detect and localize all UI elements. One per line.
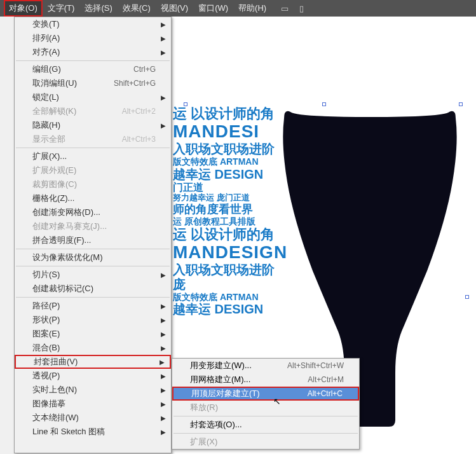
object-menu-item-24[interactable]: 路径(P)▶	[15, 299, 171, 313]
menu-item-label: 设为像素级优化(M)	[32, 252, 103, 263]
menu-item-label: 释放(R)	[190, 402, 218, 413]
design-line: 越幸运 DESIGN	[173, 167, 290, 182]
object-menu-item-17[interactable]: 拼合透明度(F)...	[15, 233, 171, 247]
menu-item-label: 创建裁切标记(C)	[32, 283, 93, 294]
object-menu-item-32[interactable]: 文本绕排(W)▶	[15, 411, 171, 425]
menu-item-label: 全部解锁(K)	[32, 106, 76, 117]
menu-type[interactable]: 文字(T)	[43, 0, 80, 17]
object-menu-item-22[interactable]: 创建裁切标记(C)	[15, 282, 171, 296]
menu-shortcut: Alt+Ctrl+C	[308, 389, 343, 398]
object-menu-item-21[interactable]: 切片(S)▶	[15, 268, 171, 282]
object-menu-separator	[16, 60, 170, 61]
object-menu-item-34[interactable]	[15, 439, 171, 453]
envelope-submenu-separator	[173, 416, 358, 416]
submenu-arrow-icon: ▶	[161, 415, 166, 422]
object-menu-item-29[interactable]: 透视(P)▶	[15, 369, 171, 383]
menu-item-label: 封套扭曲(V)	[34, 356, 78, 368]
menubar: 对象(O) 文字(T) 选择(S) 效果(C) 视图(V) 窗口(W) 帮助(H…	[0, 0, 476, 17]
menu-item-label: 锁定(L)	[32, 92, 59, 103]
design-line: MANDESI	[173, 121, 290, 142]
submenu-arrow-icon: ▶	[161, 21, 166, 28]
menu-item-label: 图像描摹	[32, 398, 65, 409]
design-line: 入职场文职场进阶 庞	[173, 263, 290, 292]
submenu-arrow-icon: ▶	[161, 35, 166, 42]
menu-item-label: Line 和 Sketch 图稿	[32, 426, 105, 437]
object-menu-item-15[interactable]: 创建渐变网格(D)...	[15, 205, 171, 219]
menu-item-label: 扩展外观(E)	[32, 165, 76, 176]
menu-item-label: 路径(P)	[32, 300, 60, 312]
object-menu-separator	[16, 297, 170, 298]
menu-object[interactable]: 对象(O)	[4, 0, 43, 17]
submenu-arrow-icon: ▶	[161, 94, 166, 101]
envelope-submenu-item-3: 释放(R)	[172, 401, 359, 415]
menu-select[interactable]: 选择(S)	[79, 0, 117, 17]
menu-item-label: 取消编组(U)	[32, 78, 77, 89]
object-menu-item-2[interactable]: 对齐(A)▶	[15, 45, 171, 59]
submenu-arrow-icon: ▶	[161, 317, 166, 324]
object-menu-item-14[interactable]: 栅格化(Z)...	[15, 191, 171, 205]
envelope-submenu-item-1[interactable]: 用网格建立(M)...Alt+Ctrl+M	[172, 373, 359, 387]
menu-item-label: 创建对象马赛克(J)...	[32, 221, 107, 232]
menu-item-label: 裁剪图像(C)	[32, 179, 77, 190]
menu-view[interactable]: 视图(V)	[156, 0, 193, 17]
object-menu-item-31[interactable]: 图像描摹▶	[15, 397, 171, 411]
object-menu-dropdown: 变换(T)▶排列(A)▶对齐(A)▶编组(G)Ctrl+G取消编组(U)Shif…	[14, 17, 172, 453]
menu-item-label: 编组(G)	[32, 64, 61, 75]
design-line: 运 原创教程工具排版	[173, 216, 290, 226]
envelope-submenu-item-5[interactable]: 封套选项(O)...	[172, 418, 359, 432]
menu-item-label: 切片(S)	[32, 269, 60, 280]
object-menu-item-13: 裁剪图像(C)	[15, 177, 171, 191]
menu-help[interactable]: 帮助(H)	[233, 0, 271, 17]
object-menu-separator	[16, 249, 170, 249]
menu-item-label: 对齐(A)	[32, 46, 60, 58]
object-menu-item-27[interactable]: 混合(B)▶	[15, 341, 171, 355]
design-line: 版文特效底 ARTMAN	[173, 292, 290, 302]
menu-effect[interactable]: 效果(C)	[118, 0, 156, 17]
menu-shortcut: Alt+Ctrl+M	[308, 375, 344, 384]
submenu-arrow-icon: ▶	[161, 272, 166, 279]
object-menu-item-26[interactable]: 图案(E)▶	[15, 327, 171, 341]
object-menu-item-0[interactable]: 变换(T)▶	[15, 17, 171, 31]
design-line: 运 以设计师的角	[173, 226, 290, 242]
envelope-submenu-item-2[interactable]: 用顶层对象建立(T)Alt+Ctrl+C	[172, 387, 359, 401]
design-text-block[interactable]: 运 以设计师的角 MANDESI 入职场文职场进阶 版文特效底 ARTMAN 越…	[173, 106, 290, 317]
design-line: MANDESIGN	[173, 242, 290, 263]
menu-item-label: 封套选项(O)...	[190, 419, 242, 430]
submenu-arrow-icon: ▶	[160, 359, 165, 366]
object-menu-item-30[interactable]: 实时上色(N)▶	[15, 383, 171, 397]
layout-icon[interactable]: ▭	[279, 3, 290, 14]
menu-item-label: 用网格建立(M)...	[190, 374, 250, 385]
object-menu-item-4[interactable]: 编组(G)Ctrl+G	[15, 62, 171, 76]
menu-window[interactable]: 窗口(W)	[193, 0, 233, 17]
object-menu-item-8[interactable]: 隐藏(H)▶	[15, 118, 171, 132]
menu-shortcut: Alt+Ctrl+3	[122, 135, 156, 144]
menu-shortcut: Shift+Ctrl+G	[114, 79, 156, 88]
menu-item-label: 显示全部	[32, 134, 65, 145]
menubar-tools: ▭ ▯	[279, 3, 307, 14]
object-menu-item-11[interactable]: 扩展(X)...	[15, 149, 171, 163]
object-menu-item-28[interactable]: 封套扭曲(V)▶	[15, 355, 171, 369]
layout2-icon[interactable]: ▯	[296, 3, 307, 14]
menu-item-label: 扩展(X)	[190, 436, 217, 448]
menu-item-label: 透视(P)	[32, 370, 60, 382]
object-menu-item-25[interactable]: 形状(P)▶	[15, 313, 171, 327]
submenu-arrow-icon: ▶	[161, 49, 166, 56]
object-menu-item-19[interactable]: 设为像素级优化(M)	[15, 251, 171, 265]
design-line: 入职场文职场进阶	[173, 142, 290, 156]
submenu-arrow-icon: ▶	[161, 387, 166, 394]
object-menu-item-9: 显示全部Alt+Ctrl+3	[15, 132, 171, 146]
menu-shortcut: Alt+Shift+Ctrl+W	[287, 361, 344, 370]
object-menu-item-5[interactable]: 取消编组(U)Shift+Ctrl+G	[15, 76, 171, 90]
object-menu-item-33[interactable]: Line 和 Sketch 图稿▶	[15, 425, 171, 439]
menu-item-label: 实时上色(N)	[32, 384, 77, 396]
submenu-arrow-icon: ▶	[161, 122, 166, 129]
envelope-submenu-item-0[interactable]: 用变形建立(W)...Alt+Shift+Ctrl+W	[172, 359, 359, 373]
object-menu-item-16: 创建对象马赛克(J)...	[15, 219, 171, 233]
submenu-arrow-icon: ▶	[161, 373, 166, 380]
envelope-distort-submenu: 用变形建立(W)...Alt+Shift+Ctrl+W用网格建立(M)...Al…	[172, 358, 360, 450]
object-menu-item-1[interactable]: 排列(A)▶	[15, 31, 171, 45]
menu-item-label: 变换(T)	[32, 18, 60, 30]
object-menu-item-6[interactable]: 锁定(L)▶	[15, 90, 171, 104]
envelope-submenu-item-7: 扩展(X)	[172, 435, 359, 449]
design-line: 努力越幸运 庞门正道	[173, 193, 290, 203]
